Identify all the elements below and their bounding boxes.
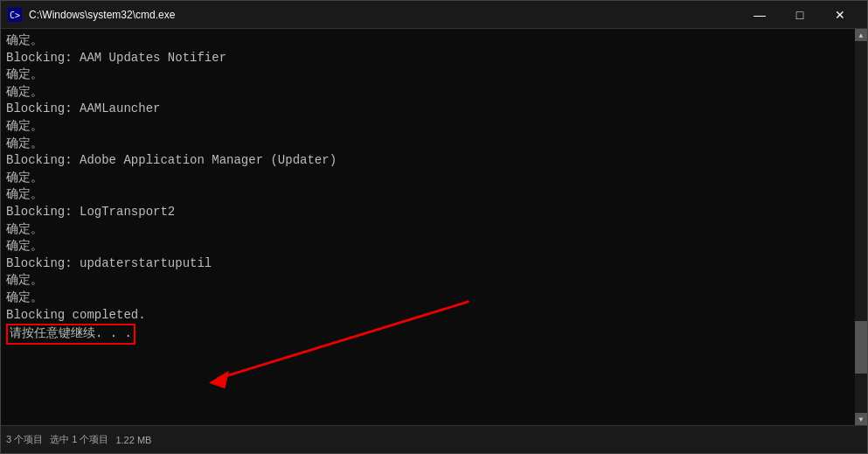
minimize-button[interactable]: — [740,1,780,29]
console-line: 确定。 [6,170,850,187]
scroll-down-button[interactable]: ▼ [855,413,867,425]
console-line: 请按任意键继续. . . [6,324,850,345]
console-line: Blocking: AAM Updates Notifier [6,50,850,67]
cmd-icon: C> [8,8,22,22]
console-line: 确定。 [6,118,850,136]
taskbar: 3 个项目 选中 1 个项目 1.22 MB [1,425,867,453]
title-bar-buttons: — □ ✕ [740,1,860,29]
console-line: 确定。 [6,221,850,239]
console-output[interactable]: 确定。Blocking: AAM Updates Notifier确定。确定。B… [1,29,855,425]
taskbar-item-selected: 选中 1 个项目 [50,433,108,446]
taskbar-item-count: 3 个项目 [6,433,43,446]
console-line: 确定。 [6,272,850,290]
blocking-completed-box: 请按任意键继续. . . [6,324,135,345]
console-line: 确定。 [6,84,850,101]
title-bar-left: C> C:\Windows\system32\cmd.exe [8,8,175,22]
cmd-window: C> C:\Windows\system32\cmd.exe — □ ✕ 确定。… [0,0,868,454]
title-bar: C> C:\Windows\system32\cmd.exe — □ ✕ [1,1,867,29]
console-line: Blocking: Adobe Application Manager (Upd… [6,152,850,170]
maximize-button[interactable]: □ [780,1,820,29]
console-line: Blocking: updaterstartuputil [6,255,850,273]
console-wrapper: 确定。Blocking: AAM Updates Notifier确定。确定。B… [1,29,855,425]
scroll-up-button[interactable]: ▲ [855,29,867,41]
console-line: 确定。 [6,136,850,153]
console-line: 确定。 [6,186,850,204]
taskbar-item-size: 1.22 MB [115,435,151,445]
window-title: C:\Windows\system32\cmd.exe [29,9,175,21]
console-line: Blocking completed. [6,307,850,325]
console-line: 确定。 [6,32,850,50]
console-line: Blocking: LogTransport2 [6,204,850,221]
scrollbar-track [855,41,867,413]
scrollbar-thumb[interactable] [855,321,867,374]
close-button[interactable]: ✕ [820,1,860,29]
scrollbar-right[interactable]: ▲ ▼ [855,29,867,425]
console-line: 确定。 [6,290,850,307]
window-body: 确定。Blocking: AAM Updates Notifier确定。确定。B… [1,29,867,425]
svg-text:C>: C> [10,10,20,20]
console-line: Blocking: AAMLauncher [6,101,850,118]
console-line: 确定。 [6,238,850,255]
console-line: 确定。 [6,66,850,84]
